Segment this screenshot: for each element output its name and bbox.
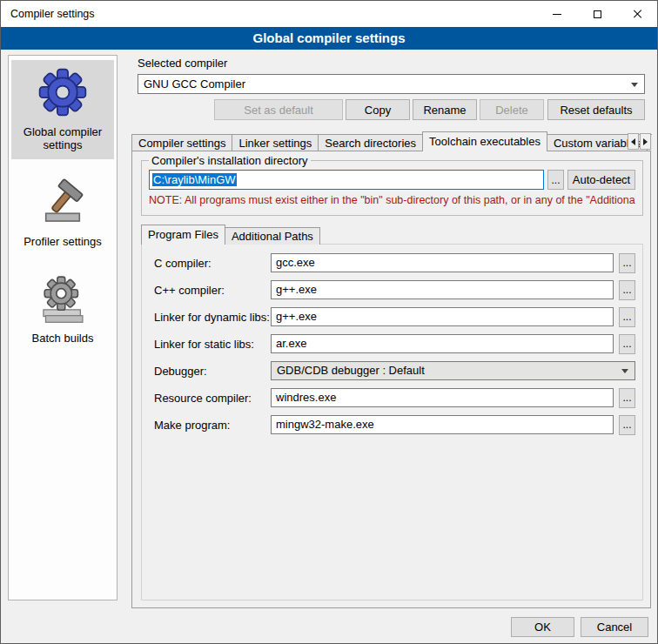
settings-category-sidebar: Global compiler settings Profiler settin… bbox=[8, 55, 118, 600]
installation-directory-row: C:\raylib\MinGW ... Auto-detect bbox=[149, 170, 635, 190]
set-as-default-button[interactable]: Set as default bbox=[214, 99, 343, 120]
right-arrow-icon bbox=[643, 138, 648, 145]
tab-scroll-left-button[interactable] bbox=[628, 133, 639, 150]
auto-detect-button[interactable]: Auto-detect bbox=[567, 170, 635, 190]
linker-dynamic-label: Linker for dynamic libs: bbox=[154, 311, 265, 324]
sidebar-item-label: Batch builds bbox=[32, 332, 94, 345]
tab-scroll-buttons bbox=[628, 133, 651, 150]
installation-directory-legend: Compiler's installation directory bbox=[149, 154, 311, 167]
titlebar: Compiler settings bbox=[1, 1, 657, 27]
toolchain-subtabs: Program Files Additional Paths bbox=[141, 225, 319, 245]
compiler-settings-window: Compiler settings Global compiler settin… bbox=[0, 0, 658, 644]
selected-compiler-label: Selected compiler bbox=[138, 57, 227, 70]
resource-compiler-label: Resource compiler: bbox=[154, 392, 265, 405]
selected-compiler-dropdown[interactable]: GNU GCC Compiler bbox=[138, 74, 645, 94]
sidebar-item-label: Global compiler settings bbox=[13, 126, 112, 152]
make-program-browse-button[interactable]: ... bbox=[619, 415, 635, 435]
reset-defaults-button[interactable]: Reset defaults bbox=[547, 99, 645, 120]
installation-directory-value: C:\raylib\MinGW bbox=[152, 173, 237, 186]
field-row-resource-compiler: Resource compiler: windres.exe ... bbox=[154, 388, 635, 407]
debugger-value: GDB/CDB debugger : Default bbox=[277, 364, 425, 377]
tab-linker-settings[interactable]: Linker settings bbox=[232, 134, 319, 151]
field-row-debugger: Debugger: GDB/CDB debugger : Default bbox=[154, 361, 635, 380]
linker-static-browse-button[interactable]: ... bbox=[619, 334, 635, 354]
field-row-linker-dynamic: Linker for dynamic libs: g++.exe ... bbox=[154, 307, 635, 326]
program-files-panel: C compiler: gcc.exe ... C++ compiler: g+… bbox=[141, 244, 643, 600]
make-program-input[interactable]: mingw32-make.exe bbox=[271, 415, 614, 434]
linker-dynamic-input[interactable]: g++.exe bbox=[271, 307, 614, 326]
ok-button[interactable]: OK bbox=[511, 617, 574, 637]
maximize-button[interactable] bbox=[577, 1, 617, 27]
cpp-compiler-input[interactable]: g++.exe bbox=[271, 280, 614, 299]
c-compiler-browse-button[interactable]: ... bbox=[619, 253, 635, 273]
close-icon bbox=[632, 9, 642, 19]
field-row-cpp-compiler: C++ compiler: g++.exe ... bbox=[154, 280, 635, 299]
copy-button[interactable]: Copy bbox=[346, 99, 410, 120]
note-text: NOTE: All programs must exist either in … bbox=[149, 194, 635, 206]
tab-search-directories[interactable]: Search directories bbox=[318, 134, 423, 151]
c-compiler-label: C compiler: bbox=[154, 257, 265, 270]
field-row-linker-static: Linker for static libs: ar.exe ... bbox=[154, 334, 635, 353]
linker-static-label: Linker for static libs: bbox=[154, 338, 265, 351]
sidebar-item-batch-builds[interactable]: Batch builds bbox=[11, 268, 114, 352]
minimize-button[interactable] bbox=[537, 1, 577, 27]
installation-directory-input[interactable]: C:\raylib\MinGW bbox=[149, 170, 544, 190]
left-arrow-icon bbox=[631, 138, 635, 145]
cancel-button[interactable]: Cancel bbox=[581, 617, 648, 637]
batch-builds-gear-icon bbox=[38, 275, 87, 324]
cpp-compiler-label: C++ compiler: bbox=[154, 284, 265, 297]
tab-toolchain-executables[interactable]: Toolchain executables bbox=[422, 131, 547, 151]
resource-compiler-input[interactable]: windres.exe bbox=[271, 388, 614, 407]
gear-icon bbox=[37, 67, 88, 117]
chevron-down-icon bbox=[621, 369, 628, 373]
delete-button[interactable]: Delete bbox=[480, 99, 544, 120]
sidebar-item-label: Profiler settings bbox=[24, 236, 102, 249]
close-button[interactable] bbox=[617, 1, 657, 27]
resource-compiler-browse-button[interactable]: ... bbox=[619, 388, 635, 408]
window-controls bbox=[537, 1, 657, 27]
c-compiler-input[interactable]: gcc.exe bbox=[271, 253, 614, 272]
page-title: Global compiler settings bbox=[1, 27, 657, 50]
settings-tabstrip: Compiler settings Linker settings Search… bbox=[131, 131, 652, 151]
tab-scroll-right-button[interactable] bbox=[640, 133, 651, 150]
field-row-make-program: Make program: mingw32-make.exe ... bbox=[154, 415, 635, 434]
cpp-compiler-browse-button[interactable]: ... bbox=[619, 280, 635, 300]
make-program-label: Make program: bbox=[154, 419, 265, 432]
chevron-down-icon bbox=[631, 83, 638, 87]
subtab-program-files[interactable]: Program Files bbox=[141, 225, 225, 245]
tab-compiler-settings[interactable]: Compiler settings bbox=[131, 134, 232, 151]
maximize-icon bbox=[594, 10, 601, 18]
linker-static-input[interactable]: ar.exe bbox=[271, 334, 614, 353]
window-title: Compiler settings bbox=[1, 8, 95, 20]
debugger-dropdown[interactable]: GDB/CDB debugger : Default bbox=[271, 361, 635, 380]
installation-directory-browse-button[interactable]: ... bbox=[547, 170, 564, 190]
subtab-additional-paths[interactable]: Additional Paths bbox=[225, 227, 320, 245]
linker-dynamic-browse-button[interactable]: ... bbox=[619, 307, 635, 327]
compiler-actions: Set as default Copy Rename Delete Reset … bbox=[138, 99, 645, 120]
hammer-icon bbox=[38, 178, 87, 227]
toolchain-executables-panel: Compiler's installation directory C:\ray… bbox=[131, 151, 651, 608]
field-row-c-compiler: C compiler: gcc.exe ... bbox=[154, 253, 635, 272]
rename-button[interactable]: Rename bbox=[413, 99, 477, 120]
debugger-label: Debugger: bbox=[154, 365, 265, 378]
minimize-icon bbox=[553, 14, 561, 15]
sidebar-item-profiler-settings[interactable]: Profiler settings bbox=[11, 171, 114, 256]
selected-compiler-value: GNU GCC Compiler bbox=[144, 77, 245, 91]
installation-directory-groupbox: Compiler's installation directory C:\ray… bbox=[141, 160, 643, 216]
sidebar-item-global-compiler-settings[interactable]: Global compiler settings bbox=[11, 60, 114, 159]
